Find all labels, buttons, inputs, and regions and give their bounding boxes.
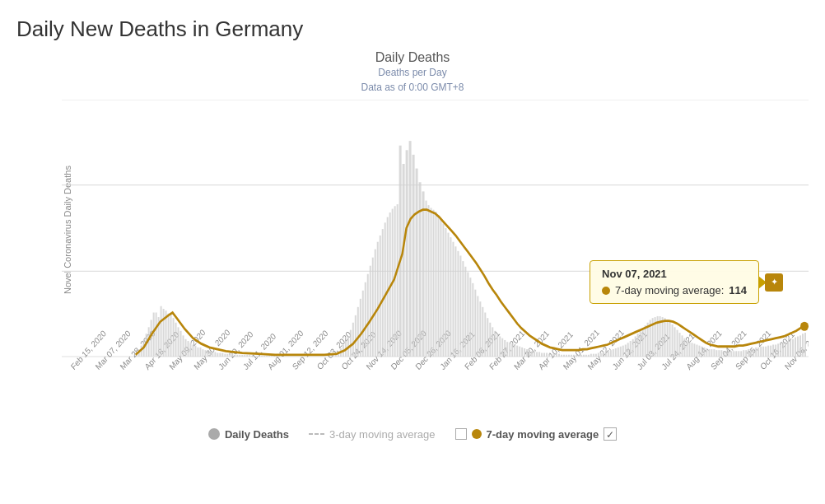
svg-rect-256 [730,351,732,357]
svg-rect-144 [454,246,456,357]
svg-rect-105 [352,323,354,357]
svg-rect-153 [477,296,478,357]
svg-rect-80 [239,355,240,357]
svg-rect-210 [618,348,619,357]
svg-rect-154 [479,301,481,357]
svg-rect-138 [440,219,441,357]
svg-rect-132 [426,201,427,357]
svg-rect-54 [175,323,177,357]
svg-rect-69 [212,352,213,357]
svg-rect-49 [163,309,165,357]
svg-rect-238 [686,340,688,357]
svg-rect-257 [733,351,734,357]
svg-rect-86 [254,356,255,357]
svg-rect-85 [251,356,253,357]
tooltip-dot-on-line [800,322,809,331]
svg-rect-93 [271,356,273,357]
svg-rect-236 [682,335,683,357]
svg-rect-198 [588,355,590,357]
svg-rect-76 [229,354,231,357]
svg-rect-211 [620,347,622,357]
svg-rect-116 [380,236,381,357]
svg-rect-208 [613,349,614,357]
svg-rect-187 [561,355,562,357]
svg-rect-251 [718,350,720,357]
svg-rect-152 [474,290,476,357]
svg-rect-130 [419,182,422,357]
legend-7day-label: 7-day moving average [487,428,599,441]
svg-rect-113 [372,258,374,357]
svg-rect-228 [662,317,664,357]
svg-rect-159 [492,327,493,357]
svg-rect-175 [531,351,533,357]
svg-rect-235 [679,333,681,357]
svg-rect-71 [217,353,218,357]
svg-rect-148 [464,267,466,357]
svg-rect-269 [762,347,764,357]
svg-rect-57 [183,335,184,357]
svg-rect-162 [499,336,501,357]
svg-rect-67 [207,351,208,357]
svg-rect-250 [715,350,717,357]
svg-rect-216 [632,339,634,357]
svg-rect-87 [256,356,258,357]
svg-rect-157 [487,318,488,357]
svg-rect-191 [571,355,572,357]
chart-title-area: Daily Deaths Deaths per Day Data as of 0… [16,50,809,95]
svg-rect-181 [546,353,548,357]
svg-rect-255 [728,351,729,357]
legend-area: Daily Deaths 3-day moving average 7-day … [16,427,809,441]
svg-rect-265 [753,348,754,357]
svg-rect-195 [580,355,582,357]
svg-rect-280 [790,340,791,357]
svg-rect-260 [740,351,742,357]
svg-rect-202 [598,353,599,357]
svg-rect-127 [409,141,412,357]
svg-rect-163 [501,338,503,357]
svg-rect-229 [664,318,666,357]
svg-rect-91 [266,356,268,357]
svg-rect-190 [568,355,570,357]
svg-rect-161 [496,334,498,357]
svg-rect-215 [630,341,632,357]
svg-rect-252 [720,350,722,357]
svg-rect-205 [605,352,607,357]
svg-rect-123 [397,204,399,357]
svg-rect-218 [637,334,639,357]
svg-rect-264 [750,349,752,357]
svg-rect-52 [170,314,172,357]
svg-rect-124 [399,146,402,357]
svg-rect-146 [459,255,461,357]
chart-area: Novel Coronavirus Daily Deaths 0 500 100… [16,100,809,421]
svg-rect-275 [777,343,779,357]
svg-rect-84 [249,355,250,357]
svg-rect-56 [180,331,182,357]
svg-rect-204 [603,352,604,357]
svg-rect-196 [583,355,585,357]
svg-rect-65 [202,349,203,357]
svg-rect-189 [566,355,567,357]
svg-rect-118 [385,222,386,357]
legend-7day-checkbox-checked[interactable]: ✓ [604,427,617,441]
svg-rect-180 [543,353,545,357]
svg-rect-171 [521,348,523,357]
svg-rect-200 [593,354,594,357]
legend-7day-avg: 7-day moving average ✓ [455,427,618,441]
svg-rect-131 [422,191,425,357]
svg-rect-232 [672,324,674,357]
svg-rect-239 [688,342,690,357]
svg-rect-90 [263,356,265,357]
svg-rect-249 [713,349,715,357]
legend-daily-dot [208,428,220,440]
svg-rect-48 [161,306,162,357]
svg-rect-284 [799,335,801,357]
svg-rect-244 [701,347,702,357]
legend-checkbox[interactable] [455,428,467,440]
svg-rect-182 [548,354,550,357]
svg-rect-106 [355,315,357,357]
svg-rect-221 [645,325,646,357]
svg-rect-60 [189,343,191,357]
svg-rect-115 [377,242,379,357]
svg-rect-68 [209,351,211,357]
svg-rect-75 [226,354,228,357]
